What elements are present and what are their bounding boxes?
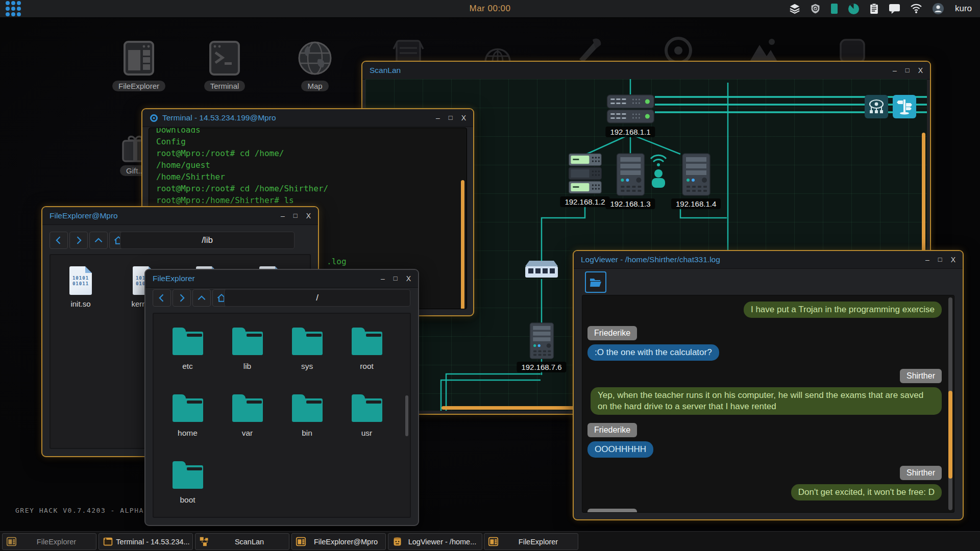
back-button[interactable] (50, 232, 68, 249)
desktop-icon-fileexplorer[interactable]: FileExplorer (108, 39, 169, 91)
server-rack-icon (568, 153, 602, 194)
close-button[interactable]: X (306, 212, 311, 219)
layers-icon[interactable] (789, 3, 800, 14)
network-node-rack[interactable]: 192.168.1.2 (560, 153, 609, 207)
path-field[interactable]: /lib (120, 232, 295, 249)
fileexplorer-mpro-titlebar[interactable]: FileExplorer@Mpro – □ X (42, 207, 318, 225)
window-controls: – □ X (893, 67, 923, 74)
close-button[interactable]: X (406, 275, 411, 282)
maximize-button[interactable]: □ (394, 275, 398, 282)
up-button[interactable] (89, 232, 108, 249)
spy-view-button[interactable] (865, 95, 888, 118)
back-button[interactable] (153, 289, 171, 307)
taskbar-item-fileexplorer-mpro[interactable]: FileExplorer@Mpro (291, 533, 386, 550)
signpost-button[interactable] (893, 95, 916, 118)
close-button[interactable]: X (951, 256, 955, 263)
shield-icon[interactable] (810, 3, 821, 14)
terminal-icon (208, 39, 241, 78)
minimize-button[interactable]: – (436, 114, 440, 121)
minimize-button[interactable]: – (925, 256, 929, 263)
taskbar-item-fileexplorer-2[interactable]: FileExplorer (484, 533, 578, 550)
path-field[interactable]: / (224, 289, 410, 307)
chat-message-row: Yep, when the teacher runs it on his com… (587, 387, 942, 415)
computer-tower-icon (616, 153, 645, 196)
fileexplorer-titlebar[interactable]: FileExplorer – □ X (145, 270, 418, 288)
clipboard-icon[interactable] (869, 3, 879, 14)
terminal-lines: DownloadsConfigroot@Mpro:/root# cd /home… (149, 128, 467, 206)
maximize-button[interactable]: □ (905, 67, 910, 74)
computer-tower-icon (529, 322, 554, 359)
cpu-pie-icon[interactable] (848, 3, 860, 15)
chat-icon[interactable] (889, 4, 900, 14)
chat-message-row: :O the one with the calculator? (587, 344, 942, 361)
app-grid-icon[interactable] (4, 0, 23, 18)
desktop-icon-map[interactable]: Map (284, 39, 346, 91)
taskbar-item-terminal[interactable]: Terminal - 14.53.234... (99, 533, 193, 550)
folder-item[interactable]: sys (277, 327, 337, 393)
forward-button[interactable] (173, 289, 191, 307)
maximize-button[interactable]: □ (938, 256, 942, 263)
gear-icon (150, 114, 158, 122)
folder-item[interactable]: etc (158, 327, 217, 393)
minimize-button[interactable]: – (281, 212, 285, 219)
folder-item[interactable]: lib (217, 327, 277, 393)
file-icon: 10101 01011 (69, 266, 92, 295)
avatar[interactable] (932, 3, 944, 15)
folder-icon (352, 332, 382, 355)
maximize-button[interactable]: □ (293, 212, 298, 219)
folder-item[interactable]: boot (158, 460, 217, 518)
taskbar-item-label: ScanLan (210, 538, 289, 546)
terminal-line: root@Mpro:/home/Shirther# ls (156, 194, 467, 206)
window-controls: – □ X (381, 275, 411, 282)
chat-bubble: Shirther (900, 466, 942, 480)
logviewer-titlebar[interactable]: LogViewer - /home/Shirther/chat331.log –… (574, 251, 963, 269)
network-node-switch[interactable] (525, 260, 558, 279)
folder-item[interactable]: var (217, 393, 277, 460)
folder-item[interactable]: home (158, 393, 217, 460)
wifi-icon[interactable] (910, 4, 922, 14)
chat-bubble: Friederike (587, 509, 637, 513)
folder-item[interactable]: root (337, 327, 397, 393)
logviewer-window: LogViewer - /home/Shirther/chat331.log –… (573, 250, 964, 520)
folder-item[interactable]: usr (337, 393, 397, 460)
chat-log-panel[interactable]: I have put a Trojan in the programming e… (582, 295, 954, 513)
terminal-scrollbar[interactable] (461, 180, 464, 309)
file-item[interactable]: 10101 01011 init.so (68, 266, 93, 308)
window-controls: – □ X (925, 256, 955, 263)
folder-item[interactable]: bin (277, 393, 337, 460)
chat-message-row: I have put a Trojan in the programming e… (587, 302, 942, 318)
network-node-tower2[interactable]: 192.168.1.4 (648, 152, 721, 209)
taskbar-item-label: LogViewer - /home... (403, 538, 482, 546)
terminal-line: /home/guest (156, 159, 467, 171)
maximize-button[interactable]: □ (449, 114, 453, 121)
network-node-remote[interactable]: 192.168.7.6 (517, 322, 566, 372)
close-button[interactable]: X (918, 67, 923, 74)
scanlan-titlebar[interactable]: ScanLan – □ X (362, 62, 930, 80)
chat-scrollbar-thumb[interactable] (948, 391, 952, 479)
clock: Mar 00:00 (469, 4, 510, 14)
taskbar-item-fileexplorer[interactable]: FileExplorer (2, 533, 96, 550)
taskbar-item-scanlan[interactable]: ScanLan (195, 533, 289, 550)
desktop-icon-terminal[interactable]: Terminal (194, 39, 255, 91)
chat-message-row: Friederike (587, 322, 942, 340)
folder-icon (292, 332, 323, 355)
network-node-router[interactable]: 192.168.1.1 (605, 94, 655, 137)
username[interactable]: kuro (955, 4, 972, 14)
terminal-titlebar[interactable]: Terminal - 14.53.234.199@Mpro – □ X (142, 109, 473, 127)
open-file-button[interactable] (585, 271, 606, 293)
up-button[interactable] (192, 289, 211, 307)
terminal-line: /home/Shirther (156, 171, 467, 183)
forward-button[interactable] (69, 232, 88, 249)
taskbar-item-logviewer[interactable]: LogViewer - /home... (388, 533, 482, 550)
memory-icon[interactable] (830, 3, 838, 14)
folder-list-scrollbar[interactable] (405, 395, 408, 436)
folder-label: root (360, 362, 374, 371)
minimize-button[interactable]: – (381, 275, 385, 282)
folder-label: lib (243, 362, 252, 371)
minimize-button[interactable]: – (893, 67, 897, 74)
close-button[interactable]: X (461, 114, 466, 121)
nav-buttons (50, 232, 128, 249)
chat-log: I have put a Trojan in the programming e… (582, 295, 954, 513)
folder-list[interactable]: etc lib sys root (153, 313, 411, 518)
fileexplorer-window: FileExplorer – □ X / etc (144, 269, 419, 526)
